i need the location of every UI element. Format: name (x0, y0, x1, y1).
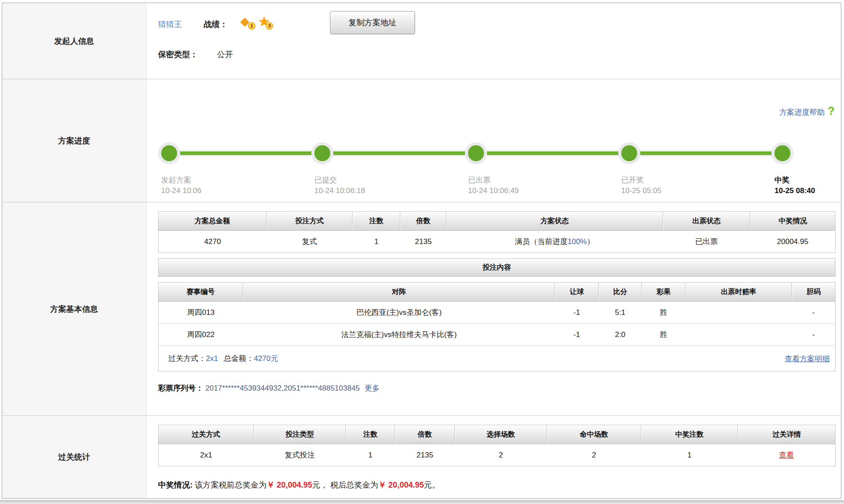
col-match-no: 赛事编号 (159, 283, 243, 302)
col-bet-type: 投注类型 (254, 425, 346, 444)
section-basic-info: 方案基本信息 方案总金额 投注方式 注数 倍数 方案状态 出票状态 中奖情况 (2, 202, 841, 415)
section-label-text: 过关统计 (58, 452, 90, 462)
dan-code: - (792, 324, 835, 346)
progress-dot (468, 145, 484, 161)
status-percent: 100% (568, 237, 587, 246)
username-link[interactable]: 猜猜王 (158, 19, 182, 30)
odds-cell: 胜 (2.020) (685, 302, 792, 324)
bet-content-table: 赛事编号 对阵 让球 比分 彩果 出票时赔率 胆码 周四013 巴伦西亚(主)v… (158, 282, 836, 372)
plan-detail-panel: 发起人信息 猜猜王 战绩： 1 3 复制方案地址 保密类型： 公开 方案进度 (2, 3, 841, 499)
prize-summary-line: 中奖情况: 该方案税前总奖金为￥ 20,004.95元， 税后总奖金为￥ 20,… (158, 480, 836, 490)
col-handicap: 让球 (555, 283, 599, 302)
progress-timeline: 发起方案 10-24 10:06 已提交 10-24 10:06:18 已出票 … (158, 79, 836, 202)
col-win-status: 中奖情况 (750, 212, 835, 231)
odds-cell: 胜 (2.320) (685, 324, 792, 346)
progress-content: 方案进度帮助 发起方案 10-24 10:06 已提交 10-24 10:06:… (147, 79, 841, 202)
bet-type: 复式投注 (254, 444, 346, 466)
more-serials-link[interactable]: 更多 (364, 384, 379, 392)
milestone-time: 10-25 08:40 (774, 186, 815, 195)
col-bets: 注数 (352, 212, 400, 231)
col-teams: 对阵 (243, 283, 555, 302)
pass-mode-row: 过关方式：2x1 总金额：4270元 查看方案明细 (159, 346, 835, 371)
hit-matches: 2 (547, 444, 641, 466)
bottom-border-strip (0, 500, 844, 504)
total-amount-value: 4270 (159, 231, 267, 252)
handicap: -1 (555, 324, 599, 346)
col-odds: 出票时赔率 (685, 283, 792, 302)
privacy-type-value: 公开 (217, 49, 233, 60)
col-pass-mode: 过关方式 (159, 425, 254, 444)
pass-mode-cell: 过关方式：2x1 总金额：4270元 查看方案明细 (159, 346, 835, 371)
bet-header-row: 赛事编号 对阵 让球 比分 彩果 出票时赔率 胆码 (159, 283, 835, 302)
plan-summary-table: 方案总金额 投注方式 注数 倍数 方案状态 出票状态 中奖情况 4270 复式 … (158, 211, 836, 253)
stats-header-row: 过关方式 投注类型 注数 倍数 选择场数 命中场数 中奖注数 过关详情 (159, 425, 835, 444)
milestone-time: 10-24 10:06 (161, 186, 201, 195)
bets: 1 (346, 444, 395, 466)
dan-code: - (792, 302, 835, 324)
pass-mode-value: 2x1 (206, 354, 218, 363)
serial-label: 彩票序列号： (158, 384, 203, 392)
plan-status-value: 满员（当前进度100%） (446, 231, 663, 252)
col-multiple: 倍数 (395, 425, 455, 444)
col-bet-mode: 投注方式 (267, 212, 352, 231)
summary-header-row: 方案总金额 投注方式 注数 倍数 方案状态 出票状态 中奖情况 (159, 212, 835, 231)
milestone-name: 已出票 (468, 175, 491, 185)
milestone-name: 中奖 (774, 175, 790, 185)
col-bets: 注数 (346, 425, 395, 444)
section-pass-stats: 过关统计 过关方式 投注类型 注数 倍数 选择场数 命中场数 中奖注数 过关详情 (2, 415, 841, 498)
milestone-time: 10-25 05:05 (621, 186, 662, 195)
prize-amount-after-tax: ￥ 20,004.95 (378, 481, 424, 489)
milestone-name: 已提交 (314, 175, 337, 185)
score: 5:1 (599, 302, 642, 324)
ticket-status-value: 已出票 (663, 231, 750, 252)
col-winning-bets: 中奖注数 (641, 425, 738, 444)
teams: 法兰克福(主)vs特拉维夫马卡比(客) (243, 324, 555, 346)
teams: 巴伦西亚(主)vs圣加仑(客) (243, 302, 555, 324)
col-dan: 胆码 (792, 283, 835, 302)
prize-label: 中奖情况: (158, 481, 193, 489)
section-label-initiator: 发起人信息 (2, 3, 147, 79)
status-suffix: ） (587, 237, 594, 246)
milestone-name: 发起方案 (161, 175, 191, 185)
milestone-name: 已开奖 (621, 175, 644, 185)
col-pass-detail: 过关详情 (738, 425, 835, 444)
col-multiple: 倍数 (400, 212, 446, 231)
gem-badge-count: 1 (248, 22, 256, 30)
basic-info-content: 方案总金额 投注方式 注数 倍数 方案状态 出票状态 中奖情况 4270 复式 … (147, 202, 841, 415)
col-score: 比分 (599, 283, 642, 302)
section-label-text: 方案进度 (58, 136, 90, 146)
pass-stats-table: 过关方式 投注类型 注数 倍数 选择场数 命中场数 中奖注数 过关详情 2x1 … (158, 425, 836, 466)
prize-text-middle: 元， 税后总奖金为 (312, 481, 378, 489)
score: 2:0 (599, 324, 642, 346)
view-pass-detail-link[interactable]: 查看 (779, 451, 794, 459)
section-label-pass-stats: 过关统计 (2, 416, 147, 498)
serial-value: 2017******4539344932,2051******488510384… (205, 384, 360, 392)
milestone-time: 10-24 10:06:49 (468, 186, 519, 195)
section-initiator: 发起人信息 猜猜王 战绩： 1 3 复制方案地址 保密类型： 公开 (2, 3, 841, 79)
gem-icon: 1 (240, 15, 256, 30)
winning-bets: 1 (641, 444, 738, 466)
result: 胜 (642, 324, 685, 346)
view-plan-detail-link[interactable]: 查看方案明细 (785, 353, 830, 364)
handicap: -1 (555, 302, 599, 324)
copy-plan-url-button[interactable]: 复制方案地址 (330, 11, 415, 34)
bet-row: 周四022 法兰克福(主)vs特拉维夫马卡比(客) -1 2:0 胜 胜 (2.… (159, 324, 835, 346)
pass-stats-content: 过关方式 投注类型 注数 倍数 选择场数 命中场数 中奖注数 过关详情 2x1 … (147, 416, 841, 498)
stats-value-row: 2x1 复式投注 1 2135 2 2 1 查看 (159, 444, 835, 466)
col-plan-status: 方案状态 (446, 212, 663, 231)
privacy-type-label: 保密类型： (158, 49, 198, 60)
section-label-progress: 方案进度 (2, 79, 147, 202)
progress-dot (621, 145, 637, 161)
section-label-basic-info: 方案基本信息 (2, 202, 147, 415)
col-ticket-status: 出票状态 (663, 212, 750, 231)
match-no: 周四022 (159, 324, 243, 346)
total-amount-label: 总金额： (224, 354, 254, 363)
prize-text-before: 该方案税前总奖金为 (195, 481, 267, 489)
pass-mode-label: 过关方式： (168, 354, 206, 363)
col-total-amount: 方案总金额 (159, 212, 267, 231)
summary-value-row: 4270 复式 1 2135 满员（当前进度100%） 已出票 20004.95 (159, 231, 835, 252)
bet-row: 周四013 巴伦西亚(主)vs圣加仑(客) -1 5:1 胜 胜 (2.020)… (159, 302, 835, 324)
pass-detail-cell: 查看 (738, 444, 835, 466)
prize-amount-pre-tax: ￥ 20,004.95 (267, 481, 312, 489)
section-progress: 方案进度 方案进度帮助 发起方案 10-24 10:06 已提交 10-24 1… (2, 79, 841, 202)
